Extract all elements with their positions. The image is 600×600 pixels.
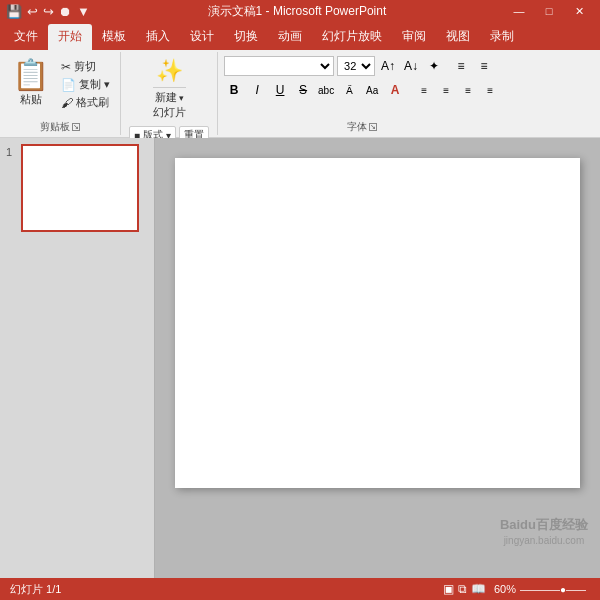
format-painter-icon: 🖌 bbox=[61, 96, 73, 110]
font-increase-button[interactable]: A↑ bbox=[378, 56, 398, 76]
tab-animation[interactable]: 动画 bbox=[268, 24, 312, 50]
numbered-list-button[interactable]: ≡ bbox=[474, 56, 494, 76]
format-painter-label: 格式刷 bbox=[76, 95, 109, 110]
copy-icon: 📄 bbox=[61, 78, 76, 92]
font-name-select[interactable] bbox=[224, 56, 334, 76]
font-decrease-button[interactable]: A↓ bbox=[401, 56, 421, 76]
tab-start[interactable]: 开始 bbox=[48, 24, 92, 50]
paste-icon: 📋 bbox=[12, 60, 49, 90]
window-controls: — □ ✕ bbox=[504, 0, 594, 22]
new-slide-dropdown-icon[interactable]: ▾ bbox=[179, 93, 184, 103]
new-slide-label: 新建 bbox=[155, 90, 177, 105]
underline-button[interactable]: U bbox=[270, 80, 290, 100]
watermark: Baidu百度经验 jingyan.baidu.com bbox=[500, 516, 588, 548]
align-left-button[interactable]: ≡ bbox=[414, 80, 434, 100]
maximize-button[interactable]: □ bbox=[534, 0, 564, 22]
italic-button[interactable]: I bbox=[247, 80, 267, 100]
font-row1: 32 A↑ A↓ ✦ ≡ ≡ bbox=[224, 56, 494, 76]
tab-review[interactable]: 审阅 bbox=[392, 24, 436, 50]
watermark-url: jingyan.baidu.com bbox=[500, 534, 588, 548]
tab-slideshow[interactable]: 幻灯片放映 bbox=[312, 24, 392, 50]
cut-label: 剪切 bbox=[74, 59, 96, 74]
align-center-button[interactable]: ≡ bbox=[436, 80, 456, 100]
paste-label: 粘贴 bbox=[20, 92, 42, 107]
view-slide-icon[interactable]: ⧉ bbox=[458, 582, 467, 596]
case-button[interactable]: Aa bbox=[362, 80, 382, 100]
zoom-slider[interactable]: ————●—— bbox=[520, 584, 586, 595]
font-expand-icon[interactable]: ↘ bbox=[369, 123, 377, 131]
bullet-list-button[interactable]: ≡ bbox=[451, 56, 471, 76]
clipboard-small-buttons: ✂ 剪切 📄 复制 ▾ 🖌 格式刷 bbox=[57, 56, 114, 113]
undo-icon[interactable]: ↩ bbox=[27, 4, 38, 19]
title-bar-icons: 💾 ↩ ↪ ⏺ ▼ bbox=[6, 4, 90, 19]
text-shadow-button[interactable]: abc bbox=[316, 80, 336, 100]
tab-record[interactable]: 录制 bbox=[480, 24, 524, 50]
paste-button[interactable]: 📋 粘贴 bbox=[6, 56, 55, 111]
watermark-logo: Baidu百度经验 bbox=[500, 516, 588, 534]
view-reading-icon[interactable]: 📖 bbox=[471, 582, 486, 596]
clipboard-label: 剪贴板 ↘ bbox=[40, 118, 80, 135]
font-label: 字体 ↘ bbox=[347, 118, 377, 135]
main-area: 1 Baidu百度经验 jingyan.baidu.com bbox=[0, 138, 600, 578]
format-painter-button[interactable]: 🖌 格式刷 bbox=[57, 94, 114, 111]
ribbon-tabs: 文件 开始 模板 插入 设计 切换 动画 幻灯片放映 审阅 视图 录制 bbox=[0, 22, 600, 50]
clipboard-expand-icon[interactable]: ↘ bbox=[72, 123, 80, 131]
status-bar: 幻灯片 1/1 ▣ ⧉ 📖 60% ————●—— bbox=[0, 578, 600, 600]
window-title: 演示文稿1 - Microsoft PowerPoint bbox=[96, 3, 498, 20]
clipboard-content: 📋 粘贴 ✂ 剪切 📄 复制 ▾ 🖌 格式刷 bbox=[6, 56, 114, 118]
tab-insert[interactable]: 插入 bbox=[136, 24, 180, 50]
cut-icon: ✂ bbox=[61, 60, 71, 74]
strikethrough-button[interactable]: S bbox=[293, 80, 313, 100]
clear-format-button[interactable]: ✦ bbox=[424, 56, 444, 76]
new-slide-icon: ✨ bbox=[156, 58, 183, 84]
tab-transition[interactable]: 切换 bbox=[224, 24, 268, 50]
slide-number-1: 1 bbox=[6, 144, 16, 158]
bold-button[interactable]: B bbox=[224, 80, 244, 100]
slide-thumbnail-1[interactable] bbox=[21, 144, 139, 232]
new-slide-button[interactable]: ✨ 新建 ▾ 幻灯片 bbox=[149, 56, 190, 122]
customize-icon[interactable]: ▼ bbox=[77, 4, 90, 19]
tab-view[interactable]: 视图 bbox=[436, 24, 480, 50]
tab-file[interactable]: 文件 bbox=[4, 24, 48, 50]
slide-panel: 1 bbox=[0, 138, 155, 578]
slide-canvas[interactable] bbox=[175, 158, 580, 488]
tab-design[interactable]: 设计 bbox=[180, 24, 224, 50]
close-button[interactable]: ✕ bbox=[564, 0, 594, 22]
slide-thumbnail-wrap-1: 1 bbox=[6, 144, 148, 232]
ribbon-group-slides: ✨ 新建 ▾ 幻灯片 ■ 版式 ▾ 重置 ▣ bbox=[121, 52, 218, 135]
zoom-level: 60% bbox=[494, 583, 516, 595]
font-row2: B I U S abc A̋ Aa A ≡ ≡ ≡ ≡ bbox=[224, 80, 500, 100]
ribbon: 📋 粘贴 ✂ 剪切 📄 复制 ▾ 🖌 格式刷 剪贴板 bbox=[0, 50, 600, 138]
tab-template[interactable]: 模板 bbox=[92, 24, 136, 50]
copy-button[interactable]: 📄 复制 ▾ bbox=[57, 76, 114, 93]
font-size-select[interactable]: 32 bbox=[337, 56, 375, 76]
font-group-content: 32 A↑ A↓ ✦ ≡ ≡ B I U S abc A̋ Aa A bbox=[224, 56, 500, 118]
font-color-button[interactable]: A bbox=[385, 80, 405, 100]
canvas-area bbox=[155, 138, 600, 578]
align-right-button[interactable]: ≡ bbox=[458, 80, 478, 100]
char-spacing-button[interactable]: A̋ bbox=[339, 80, 359, 100]
minimize-button[interactable]: — bbox=[504, 0, 534, 22]
slide-count-info: 幻灯片 1/1 bbox=[10, 582, 61, 597]
save-icon[interactable]: 💾 bbox=[6, 4, 22, 19]
title-bar: 💾 ↩ ↪ ⏺ ▼ 演示文稿1 - Microsoft PowerPoint —… bbox=[0, 0, 600, 22]
copy-label: 复制 ▾ bbox=[79, 77, 110, 92]
ribbon-group-font: 32 A↑ A↓ ✦ ≡ ≡ B I U S abc A̋ Aa A bbox=[218, 52, 506, 135]
cut-button[interactable]: ✂ 剪切 bbox=[57, 58, 114, 75]
justify-button[interactable]: ≡ bbox=[480, 80, 500, 100]
view-normal-icon[interactable]: ▣ bbox=[443, 582, 454, 596]
record-icon[interactable]: ⏺ bbox=[59, 4, 72, 19]
redo-icon[interactable]: ↪ bbox=[43, 4, 54, 19]
ribbon-group-clipboard: 📋 粘贴 ✂ 剪切 📄 复制 ▾ 🖌 格式刷 剪贴板 bbox=[0, 52, 121, 135]
